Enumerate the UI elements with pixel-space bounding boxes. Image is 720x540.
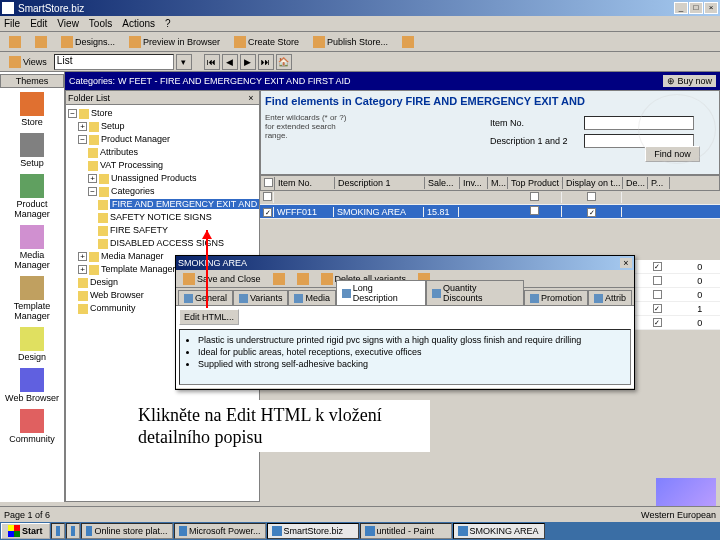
maximize-button[interactable]: □: [689, 2, 703, 14]
grid-row-blank[interactable]: [260, 191, 720, 205]
tree-setup[interactable]: +Setup: [68, 120, 257, 133]
sidebar-product-manager[interactable]: Product Manager: [2, 172, 62, 221]
folder-close-icon[interactable]: ×: [245, 93, 257, 103]
strip-row[interactable]: ✓0: [635, 260, 720, 274]
taskbar-item-2[interactable]: SmartStore.biz: [267, 523, 359, 539]
tree-attributes[interactable]: Attributes: [68, 146, 257, 159]
tree-fire-safety[interactable]: FIRE SAFETY: [68, 224, 257, 237]
gear-icon: [234, 36, 246, 48]
qty-icon: [432, 289, 441, 298]
detail-tool3[interactable]: [292, 271, 314, 287]
tab-quantity[interactable]: Quantity Discounts: [426, 280, 524, 305]
save-icon: [183, 273, 195, 285]
views-label[interactable]: Views: [4, 54, 52, 70]
sidebar-web-browser[interactable]: Web Browser: [2, 366, 62, 405]
sidebar-design[interactable]: Design: [2, 325, 62, 364]
views-icon: [9, 56, 21, 68]
menu-help[interactable]: ?: [165, 18, 171, 29]
nav-up[interactable]: 🏠: [276, 54, 292, 70]
app-icon: [458, 526, 468, 536]
taskbar-item-1[interactable]: Microsoft Power...: [174, 523, 266, 539]
taskbar-item-0[interactable]: Online store plat...: [81, 523, 173, 539]
start-button[interactable]: Start: [1, 523, 50, 539]
description-area[interactable]: Plastic is understructure printed rigid …: [179, 329, 631, 385]
ql-icon: [71, 526, 75, 536]
ql-icon: [56, 526, 60, 536]
col-top[interactable]: Top Product ?: [508, 177, 563, 189]
nav-last[interactable]: ⏭: [258, 54, 274, 70]
tree-categories[interactable]: −Categories: [68, 185, 257, 198]
nav-first[interactable]: ⏮: [204, 54, 220, 70]
browser-icon: [20, 368, 44, 392]
strip-row[interactable]: ✓0: [635, 316, 720, 330]
taskbar-item-4[interactable]: SMOKING AREA: [453, 523, 545, 539]
col-m[interactable]: M...: [488, 177, 508, 189]
dropdown-arrow[interactable]: ▾: [176, 54, 192, 70]
sidebar-setup[interactable]: Setup: [2, 131, 62, 170]
col-desc[interactable]: Description 1: [335, 177, 425, 189]
detail-titlebar[interactable]: SMOKING AREA ×: [176, 256, 634, 270]
tab-promotion[interactable]: Promotion: [524, 290, 588, 305]
col-select[interactable]: [261, 177, 275, 190]
status-bar: Page 1 of 6 Western European: [0, 506, 720, 522]
status-encoding: Western European: [641, 510, 716, 520]
close-button[interactable]: ×: [704, 2, 718, 14]
save-close-button[interactable]: Save and Close: [178, 271, 266, 287]
tool-preview[interactable]: Preview in Browser: [124, 34, 225, 50]
category-bar: Categories: W FEET - FIRE AND EMERGENCY …: [65, 72, 720, 90]
menu-actions[interactable]: Actions: [122, 18, 155, 29]
minimize-button[interactable]: _: [674, 2, 688, 14]
col-p[interactable]: P...: [648, 177, 670, 189]
strip-row[interactable]: 0: [635, 274, 720, 288]
palette-icon: [61, 36, 73, 48]
nav-prev[interactable]: ◀: [222, 54, 238, 70]
col-sale[interactable]: Sale...: [425, 177, 460, 189]
buy-now-button[interactable]: ⊕ Buy now: [663, 75, 716, 87]
grid-row-selected[interactable]: ✓ WFFF011 SMOKING AREA 15.81 ✓: [260, 205, 720, 219]
col-de[interactable]: De...: [623, 177, 648, 189]
print-icon: [297, 273, 309, 285]
tool-designs[interactable]: Designs...: [56, 34, 120, 50]
menu-edit[interactable]: Edit: [30, 18, 47, 29]
general-icon: [184, 294, 193, 303]
tree-selected-category[interactable]: FIRE AND EMERGENCY EXIT AND FIRST AID: [68, 198, 257, 211]
view-dropdown[interactable]: List: [54, 54, 174, 70]
tb-quick1[interactable]: [51, 523, 65, 539]
sidebar-template-manager[interactable]: Template Manager: [2, 274, 62, 323]
tree-root[interactable]: −Store: [68, 107, 257, 120]
col-inv[interactable]: Inv...: [460, 177, 488, 189]
edit-html-button[interactable]: Edit HTML...: [179, 309, 239, 325]
tool-publish[interactable]: Publish Store...: [308, 34, 393, 50]
tab-attrib[interactable]: Attrib: [588, 290, 632, 305]
sidebar-store[interactable]: Store: [2, 90, 62, 129]
sidebar-media-manager[interactable]: Media Manager: [2, 223, 62, 272]
tree-unassigned[interactable]: +Unassigned Products: [68, 172, 257, 185]
taskbar-item-3[interactable]: untitled - Paint: [360, 523, 452, 539]
tab-media[interactable]: Media: [288, 290, 336, 305]
tree-safety[interactable]: SAFETY NOTICE SIGNS: [68, 211, 257, 224]
detail-tool2[interactable]: [268, 271, 290, 287]
tab-long-description[interactable]: Long Description: [336, 280, 426, 305]
tool-new[interactable]: [4, 34, 26, 50]
strip-row[interactable]: 0: [635, 288, 720, 302]
tb-quick2[interactable]: [66, 523, 80, 539]
col-display[interactable]: Display on t...: [563, 177, 623, 189]
tab-variants[interactable]: Variants: [233, 290, 288, 305]
detail-close-icon[interactable]: ×: [620, 258, 632, 268]
variants-icon: [239, 294, 248, 303]
tree-product-manager[interactable]: −Product Manager: [68, 133, 257, 146]
menu-file[interactable]: File: [4, 18, 20, 29]
menu-view[interactable]: View: [57, 18, 79, 29]
tree-vat[interactable]: VAT Processing: [68, 159, 257, 172]
strip-row[interactable]: ✓1: [635, 302, 720, 316]
theme-sidebar: Themes Store Setup Product Manager Media…: [0, 72, 65, 502]
app-icon: [179, 526, 187, 536]
nav-next[interactable]: ▶: [240, 54, 256, 70]
tool-extra[interactable]: [397, 34, 419, 50]
col-item[interactable]: Item No.: [275, 177, 335, 189]
sidebar-community[interactable]: Community: [2, 407, 62, 446]
tool-open[interactable]: [30, 34, 52, 50]
tree-disabled[interactable]: DISABLED ACCESS SIGNS: [68, 237, 257, 250]
menu-tools[interactable]: Tools: [89, 18, 112, 29]
tool-create[interactable]: Create Store: [229, 34, 304, 50]
